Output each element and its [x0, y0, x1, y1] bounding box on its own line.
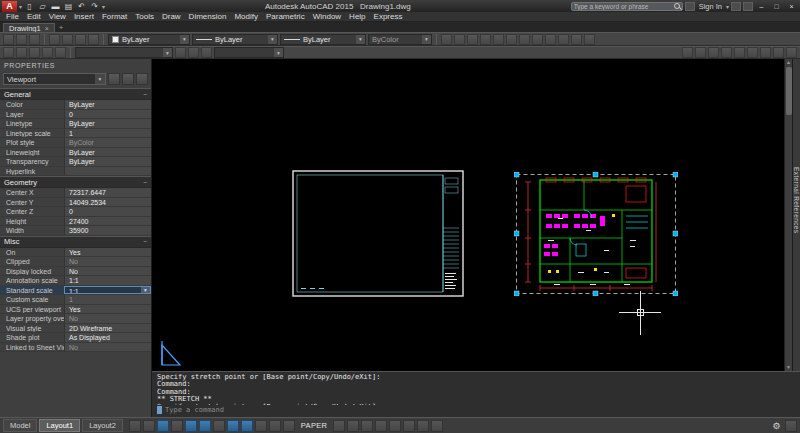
property-value[interactable]: 0	[64, 110, 151, 119]
annotation-visibility-icon[interactable]	[361, 420, 373, 432]
layout-sheet-viewport[interactable]	[292, 170, 464, 297]
viewport-lock-icon[interactable]	[333, 420, 345, 432]
qat-plot-icon[interactable]: ▤	[63, 1, 74, 11]
polar-tracking-icon[interactable]	[185, 420, 197, 432]
transparency-icon[interactable]	[269, 420, 281, 432]
lineweight-icon[interactable]	[255, 420, 267, 432]
maximize-button[interactable]: □	[770, 1, 783, 11]
rectangle-icon[interactable]	[734, 47, 745, 58]
property-row[interactable]: Clipped No	[0, 257, 151, 267]
property-value[interactable]: 0	[64, 207, 151, 216]
grid-display-icon[interactable]	[157, 420, 169, 432]
property-value[interactable]: ByColor	[64, 138, 151, 147]
collapse-icon[interactable]: −	[143, 179, 147, 186]
new-icon[interactable]	[3, 47, 14, 58]
property-value[interactable]: ByLayer	[64, 119, 151, 128]
property-row[interactable]: Custom scale 1	[0, 295, 151, 305]
layer-walk-icon[interactable]	[75, 34, 86, 45]
layer-states-icon[interactable]	[16, 34, 27, 45]
save-icon[interactable]	[29, 47, 40, 58]
dim-style-dropdown[interactable]: ▾	[214, 47, 284, 58]
tab-close-icon[interactable]: ×	[45, 25, 49, 32]
chevron-down-icon[interactable]: ▾	[163, 48, 172, 57]
text-icon[interactable]	[760, 47, 771, 58]
chevron-down-icon[interactable]: ▾	[180, 35, 189, 44]
property-row[interactable]: Visual style 2D Wireframe	[0, 324, 151, 334]
copy-icon[interactable]	[454, 34, 465, 45]
property-value[interactable]: Yes	[64, 305, 151, 314]
layout-tab[interactable]: Layout1	[39, 419, 80, 432]
quick-select-icon[interactable]	[136, 73, 148, 85]
menu-item[interactable]: Insert	[70, 12, 98, 22]
menu-item[interactable]: Edit	[23, 12, 45, 22]
layout-tab[interactable]: Model	[3, 419, 37, 432]
property-row[interactable]: Linked to Sheet View No	[0, 343, 151, 353]
customization-gear-icon[interactable]: ⚙	[770, 419, 783, 432]
menu-item[interactable]: Parametric	[262, 12, 309, 22]
fillet-icon[interactable]	[558, 34, 569, 45]
trim-icon[interactable]	[545, 34, 556, 45]
a360-icon[interactable]	[685, 2, 695, 11]
paper-space-indicator[interactable]: PAPER	[297, 421, 331, 430]
dynamic-ucs-icon[interactable]	[227, 420, 239, 432]
property-value[interactable]: 27400	[64, 217, 151, 226]
property-row[interactable]: Center X 72317.6447	[0, 188, 151, 198]
drawing-area[interactable]: ▲ ▼ External References	[152, 59, 800, 371]
search-input[interactable]: Type a keyword or phrase	[571, 2, 683, 11]
section-header-geometry[interactable]: Geometry −	[0, 176, 151, 188]
property-value[interactable]: No	[64, 267, 151, 276]
workspace-switching-icon[interactable]	[403, 420, 415, 432]
offset-icon[interactable]	[480, 34, 491, 45]
undo-icon[interactable]	[55, 47, 66, 58]
erase-icon[interactable]	[584, 34, 595, 45]
scroll-down-icon[interactable]: ▼	[786, 364, 791, 371]
menu-item[interactable]: View	[45, 12, 70, 22]
layer-match-icon[interactable]	[88, 34, 99, 45]
exchange-apps-icon[interactable]	[731, 2, 741, 11]
layout-tab[interactable]: Layout2	[82, 419, 123, 432]
command-input[interactable]: Type a command	[157, 405, 796, 415]
clean-screen-icon[interactable]	[785, 420, 797, 432]
property-row[interactable]: Hyperlink	[0, 167, 151, 177]
layer-isolate-icon[interactable]	[29, 34, 40, 45]
property-value[interactable]: ByLayer	[64, 157, 151, 166]
qat-open-icon[interactable]: ▱	[37, 1, 48, 11]
app-menu-arrow-icon[interactable]: ▾	[19, 3, 22, 10]
menu-item[interactable]: Express	[370, 12, 407, 22]
menu-item[interactable]: Dimension	[185, 12, 231, 22]
hatch-icon[interactable]	[747, 47, 758, 58]
scroll-up-icon[interactable]: ▲	[786, 59, 791, 66]
external-references-tab[interactable]: External References	[793, 167, 800, 234]
property-row[interactable]: Plot style ByColor	[0, 138, 151, 148]
property-value[interactable]: 1	[64, 295, 151, 304]
section-header-general[interactable]: General −	[0, 88, 151, 100]
property-row[interactable]: Layer 0	[0, 110, 151, 120]
chevron-down-icon[interactable]: ▾	[95, 74, 105, 84]
property-row[interactable]: Annotation scale 1:1	[0, 276, 151, 286]
match-properties-icon[interactable]	[441, 34, 452, 45]
sign-in-arrow-icon[interactable]: ▾	[726, 3, 729, 10]
annotation-scale-icon[interactable]	[389, 420, 401, 432]
menu-item[interactable]: Modify	[230, 12, 262, 22]
minimize-button[interactable]: –	[755, 1, 768, 11]
zoom-window-icon[interactable]	[188, 47, 199, 58]
object-snap-icon[interactable]	[199, 420, 211, 432]
qat-redo-icon[interactable]: ↷	[89, 1, 100, 11]
selected-floorplan-viewport[interactable]	[514, 172, 678, 296]
linetype-dropdown[interactable]: ByLayer ▾	[192, 34, 278, 45]
property-value[interactable]: As Displayed	[64, 333, 151, 342]
table-icon[interactable]	[786, 47, 797, 58]
property-row[interactable]: Center Y 14049.2534	[0, 198, 151, 208]
sign-in-button[interactable]: Sign In	[697, 2, 724, 11]
lineweight-dropdown[interactable]: ByLayer ▾	[280, 34, 366, 45]
object-type-dropdown[interactable]: Viewport ▾	[3, 73, 106, 85]
property-value[interactable]: 1	[64, 129, 151, 138]
array-icon[interactable]	[493, 34, 504, 45]
mirror-icon[interactable]	[467, 34, 478, 45]
select-objects-icon[interactable]	[122, 73, 134, 85]
chevron-down-icon[interactable]: ▾	[274, 48, 283, 57]
rotate-icon[interactable]	[519, 34, 530, 45]
chevron-down-icon[interactable]: ▾	[356, 35, 365, 44]
menu-item[interactable]: Tools	[131, 12, 158, 22]
qat-save-icon[interactable]: ▬	[50, 1, 61, 11]
